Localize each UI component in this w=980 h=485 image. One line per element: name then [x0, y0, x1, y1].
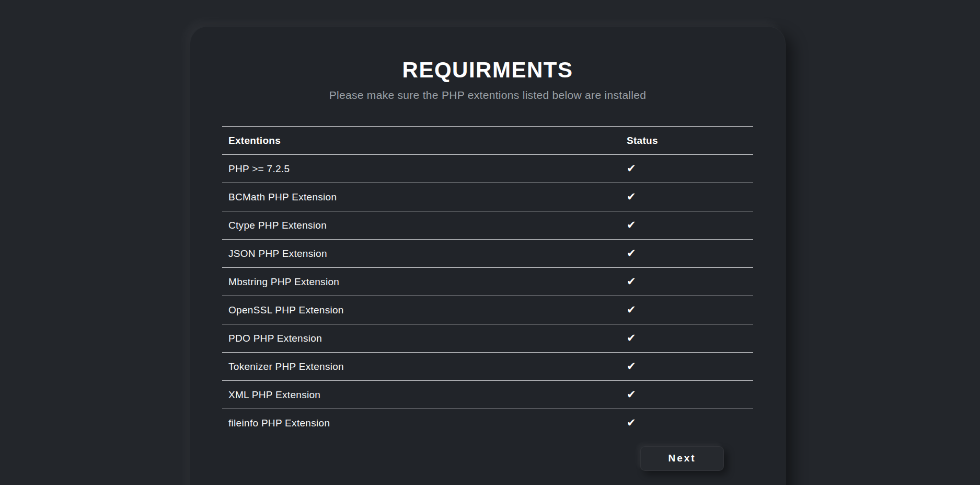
extension-name: BCMath PHP Extension: [222, 183, 620, 211]
check-icon: ✔: [627, 219, 636, 231]
requirements-table: Extentions Status PHP >= 7.2.5 ✔ BCMath …: [222, 126, 753, 437]
column-header-status: Status: [620, 127, 753, 155]
extension-name: JSON PHP Extension: [222, 240, 620, 268]
requirements-table-container: Extentions Status PHP >= 7.2.5 ✔ BCMath …: [222, 126, 753, 471]
button-row: Next: [222, 446, 724, 471]
page-subtitle: Please make sure the PHP extentions list…: [190, 88, 785, 102]
table-row: PDO PHP Extension ✔: [222, 324, 753, 353]
extension-name: Tokenizer PHP Extension: [222, 353, 620, 381]
table-row: BCMath PHP Extension ✔: [222, 183, 753, 211]
page-title: REQUIRMENTS: [190, 59, 785, 81]
check-icon: ✔: [627, 247, 636, 260]
table-row: PHP >= 7.2.5 ✔: [222, 155, 753, 183]
extension-name: fileinfo PHP Extension: [222, 409, 620, 437]
extension-name: Ctype PHP Extension: [222, 211, 620, 240]
extension-name: Mbstring PHP Extension: [222, 268, 620, 296]
table-row: Mbstring PHP Extension ✔: [222, 268, 753, 296]
check-icon: ✔: [627, 275, 636, 288]
extension-name: XML PHP Extension: [222, 381, 620, 409]
check-icon: ✔: [627, 332, 636, 344]
check-icon: ✔: [627, 388, 636, 401]
extension-name: OpenSSL PHP Extension: [222, 296, 620, 324]
check-icon: ✔: [627, 190, 636, 203]
check-icon: ✔: [627, 162, 636, 175]
table-row: fileinfo PHP Extension ✔: [222, 409, 753, 437]
check-icon: ✔: [627, 360, 636, 373]
table-header-row: Extentions Status: [222, 127, 753, 155]
table-row: JSON PHP Extension ✔: [222, 240, 753, 268]
table-row: Tokenizer PHP Extension ✔: [222, 353, 753, 381]
check-icon: ✔: [627, 416, 636, 429]
extension-name: PHP >= 7.2.5: [222, 155, 620, 183]
column-header-extensions: Extentions: [222, 127, 620, 155]
check-icon: ✔: [627, 303, 636, 316]
requirements-card: REQUIRMENTS Please make sure the PHP ext…: [190, 26, 786, 485]
table-row: OpenSSL PHP Extension ✔: [222, 296, 753, 324]
table-row: XML PHP Extension ✔: [222, 381, 753, 409]
next-button[interactable]: Next: [640, 446, 724, 471]
table-row: Ctype PHP Extension ✔: [222, 211, 753, 240]
extension-name: PDO PHP Extension: [222, 324, 620, 353]
